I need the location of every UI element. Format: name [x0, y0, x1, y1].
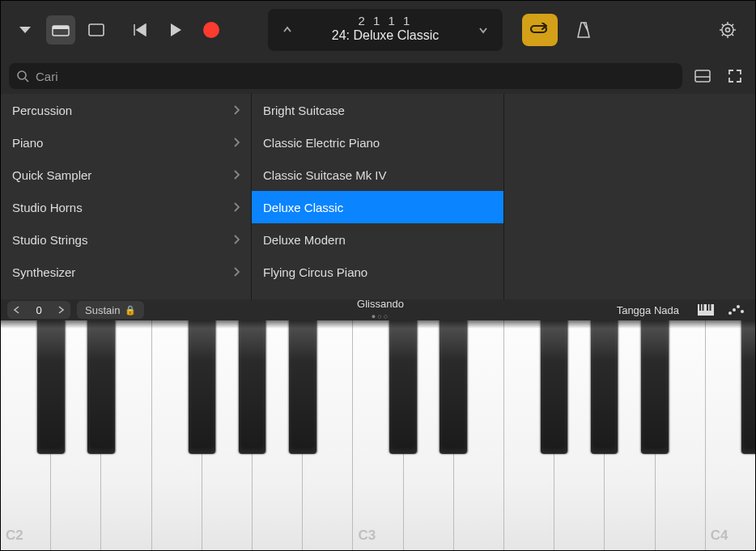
- browser-category-item[interactable]: Studio Strings: [1, 223, 251, 256]
- expand-button[interactable]: [723, 64, 747, 88]
- svg-rect-1: [53, 26, 69, 29]
- browser-patch-item[interactable]: Bright Suitcase: [252, 94, 503, 126]
- lock-icon: 🔒: [125, 305, 136, 316]
- view-mode-button[interactable]: [690, 64, 715, 88]
- black-key[interactable]: [389, 320, 417, 454]
- black-key[interactable]: [641, 320, 669, 454]
- svg-line-10: [732, 34, 733, 36]
- octave-down-button[interactable]: [7, 304, 27, 316]
- keyboard-view-button[interactable]: [694, 301, 718, 319]
- search-row: [1, 58, 755, 94]
- scale-label[interactable]: Tangga Nada: [617, 304, 679, 316]
- keyboard-mode-center[interactable]: Glissando ●○○: [151, 299, 609, 321]
- black-key[interactable]: [239, 320, 266, 454]
- play-button[interactable]: [161, 15, 190, 45]
- lcd-prev-button[interactable]: [276, 24, 299, 36]
- browser-toggle-button[interactable]: [46, 15, 75, 45]
- svg-line-11: [722, 34, 724, 36]
- cycle-button[interactable]: [522, 14, 558, 46]
- browser-empty-column: [504, 94, 755, 299]
- octave-stepper: 0: [7, 301, 70, 319]
- svg-line-12: [732, 23, 733, 25]
- chevron-right-icon: [233, 168, 240, 182]
- settings-button[interactable]: [713, 15, 742, 45]
- browser-patch-item[interactable]: Deluxe Modern: [252, 223, 503, 256]
- black-key[interactable]: [289, 320, 316, 454]
- chevron-right-icon: [233, 104, 240, 117]
- search-field[interactable]: [9, 63, 682, 89]
- metronome-button[interactable]: [569, 15, 598, 45]
- patch-label: Classic Electric Piano: [263, 136, 380, 150]
- browser-patch-item[interactable]: Flying Circus Piano: [252, 256, 503, 288]
- browser-patch-item[interactable]: Classic Suitcase Mk IV: [252, 159, 503, 191]
- record-button[interactable]: [197, 15, 226, 45]
- svg-point-24: [737, 305, 740, 308]
- patch-label: Deluxe Modern: [263, 233, 346, 247]
- piano-keyboard[interactable]: C2C3C4: [1, 320, 755, 550]
- svg-rect-15: [695, 70, 710, 82]
- svg-rect-2: [89, 24, 104, 36]
- category-label: Synthesizer: [12, 265, 75, 279]
- search-input[interactable]: [36, 70, 674, 83]
- svg-line-14: [25, 78, 28, 82]
- svg-point-23: [733, 308, 736, 312]
- category-label: Percussion: [12, 104, 72, 117]
- black-key[interactable]: [440, 320, 467, 454]
- search-icon: [17, 70, 29, 83]
- category-label: Studio Horns: [12, 201, 83, 214]
- chevron-right-icon: [233, 265, 240, 279]
- chevron-right-icon: [233, 201, 240, 214]
- gear-icon: [719, 21, 737, 39]
- lcd-center[interactable]: 2 1 1 1 24: Deluxe Classic: [299, 15, 472, 45]
- svg-point-13: [18, 71, 26, 79]
- browser-patch-item[interactable]: Deluxe Classic: [252, 191, 503, 223]
- browser-patch-column: Bright SuitcaseClassic Electric PianoCla…: [252, 94, 504, 299]
- window-button[interactable]: [82, 15, 111, 45]
- arpeggiator-button[interactable]: [724, 301, 749, 319]
- sustain-button[interactable]: Sustain 🔒: [77, 301, 144, 319]
- patch-label: Flying Circus Piano: [263, 265, 367, 279]
- category-label: Piano: [12, 136, 43, 150]
- view-menu-button[interactable]: [11, 15, 40, 45]
- category-label: Studio Strings: [12, 233, 87, 247]
- sound-browser: PercussionPianoQuick SamplerStudio Horns…: [1, 94, 755, 299]
- key-label: C2: [6, 528, 23, 544]
- lcd-position: 2 1 1 1: [299, 15, 472, 28]
- svg-point-3: [722, 24, 733, 36]
- patch-label: Classic Suitcase Mk IV: [263, 168, 387, 182]
- keyboard-controls: 0 Sustain 🔒 Glissando ●○○ Tangga Nada: [1, 299, 755, 320]
- expand-icon: [728, 69, 742, 83]
- panel-icon: [694, 70, 711, 83]
- browser-category-column: PercussionPianoQuick SamplerStudio Horns…: [1, 94, 252, 299]
- key-label: C4: [711, 528, 728, 544]
- browser-patch-item[interactable]: Classic Electric Piano: [252, 126, 503, 159]
- lcd-display: 2 1 1 1 24: Deluxe Classic: [268, 9, 503, 51]
- svg-point-25: [741, 310, 744, 313]
- browser-category-item[interactable]: Synthesizer: [1, 256, 251, 288]
- octave-up-button[interactable]: [51, 304, 70, 316]
- lcd-patch-name: 24: Deluxe Classic: [299, 28, 472, 45]
- rewind-button[interactable]: [125, 15, 155, 45]
- black-key[interactable]: [541, 320, 568, 454]
- browser-category-item[interactable]: Studio Horns: [1, 191, 251, 223]
- svg-rect-19: [703, 304, 704, 311]
- arp-icon: [728, 304, 745, 316]
- black-key[interactable]: [87, 320, 115, 454]
- lcd-next-button[interactable]: [472, 24, 495, 36]
- svg-point-22: [728, 312, 732, 315]
- black-key[interactable]: [189, 320, 216, 454]
- metronome-icon: [575, 21, 592, 39]
- black-key[interactable]: [591, 320, 618, 454]
- record-icon: [203, 22, 219, 38]
- browser-category-item[interactable]: Piano: [1, 126, 251, 159]
- top-toolbar: 2 1 1 1 24: Deluxe Classic: [1, 1, 755, 58]
- chevron-right-icon: [233, 136, 240, 150]
- browser-category-item[interactable]: Quick Sampler: [1, 159, 251, 191]
- black-key[interactable]: [37, 320, 65, 454]
- page-dots: ●○○: [372, 312, 389, 320]
- patch-label: Deluxe Classic: [263, 201, 343, 214]
- browser-category-item[interactable]: Percussion: [1, 94, 251, 126]
- black-key[interactable]: [741, 320, 755, 454]
- svg-line-9: [722, 23, 724, 25]
- svg-point-4: [726, 28, 730, 32]
